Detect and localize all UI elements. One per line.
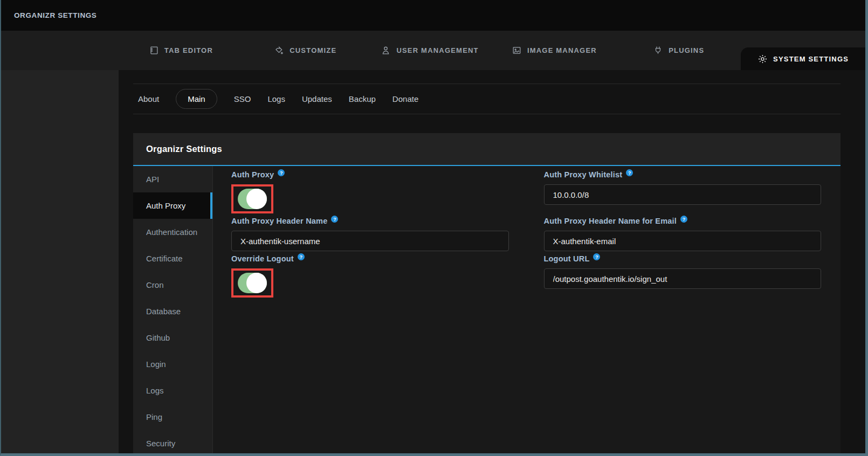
sidebar-item-certificate[interactable]: Certificate bbox=[133, 245, 212, 272]
panel-title: Organizr Settings bbox=[146, 144, 222, 154]
sidebar-item-ping[interactable]: Ping bbox=[133, 404, 212, 430]
system-settings-content: About Main SSO Logs Updates Backup Donat… bbox=[119, 70, 865, 453]
tab-label: CUSTOMIZE bbox=[290, 46, 336, 54]
subtab-donate[interactable]: Donate bbox=[392, 94, 418, 103]
titlebar: ORGANIZR SETTINGS bbox=[1, 0, 865, 31]
tab-editor-icon bbox=[149, 45, 159, 56]
field-label: Auth Proxy bbox=[231, 170, 274, 179]
left-rail bbox=[1, 70, 119, 453]
tab-customize[interactable]: CUSTOMIZE bbox=[243, 31, 368, 70]
help-icon[interactable]: ? bbox=[626, 169, 633, 176]
tab-label: USER MANAGEMENT bbox=[396, 46, 478, 54]
sidebar-item-database[interactable]: Database bbox=[133, 298, 212, 324]
field-logout-url: Logout URL ? bbox=[544, 254, 822, 298]
organizr-settings-panel: Organizr Settings API Auth Proxy Authent… bbox=[133, 133, 841, 453]
plugins-icon bbox=[653, 45, 663, 56]
auth-proxy-email-header-input[interactable] bbox=[544, 231, 822, 251]
subtab-backup[interactable]: Backup bbox=[349, 94, 376, 103]
tab-image-manager[interactable]: IMAGE MANAGER bbox=[492, 31, 616, 70]
sidebar-item-login[interactable]: Login bbox=[133, 351, 212, 377]
help-icon[interactable]: ? bbox=[278, 169, 285, 176]
sidebar-item-github[interactable]: Github bbox=[133, 324, 212, 351]
settings-section-list: API Auth Proxy Authentication Certificat… bbox=[133, 166, 213, 453]
main-tab-bar: TAB EDITOR CUSTOMIZE USER MANAGEMENT IMA… bbox=[1, 31, 865, 70]
tab-tab-editor[interactable]: TAB EDITOR bbox=[119, 31, 243, 70]
subtab-logs[interactable]: Logs bbox=[267, 94, 285, 103]
field-auth-proxy: Auth Proxy ? bbox=[231, 170, 509, 213]
help-icon[interactable]: ? bbox=[593, 253, 600, 260]
field-override-logout: Override Logout ? bbox=[231, 254, 509, 298]
tab-user-management[interactable]: USER MANAGEMENT bbox=[368, 31, 492, 70]
customize-icon bbox=[274, 45, 284, 56]
field-label: Auth Proxy Header Name bbox=[231, 217, 327, 225]
main-area: About Main SSO Logs Updates Backup Donat… bbox=[1, 70, 865, 453]
auth-proxy-header-name-input[interactable] bbox=[231, 231, 509, 251]
field-label: Override Logout bbox=[231, 254, 294, 263]
image-manager-icon bbox=[512, 45, 522, 56]
settings-subtab-bar: About Main SSO Logs Updates Backup Donat… bbox=[133, 84, 841, 114]
field-label: Auth Proxy Whitelist bbox=[544, 170, 623, 179]
tab-label: IMAGE MANAGER bbox=[527, 46, 597, 54]
subtab-sso[interactable]: SSO bbox=[234, 94, 251, 103]
gear-icon bbox=[757, 54, 768, 64]
annotation-highlight-box bbox=[231, 268, 273, 298]
help-icon[interactable]: ? bbox=[298, 253, 305, 260]
panel-header: Organizr Settings bbox=[133, 133, 841, 166]
tab-system-settings[interactable]: SYSTEM SETTINGS bbox=[741, 47, 865, 70]
tab-label: TAB EDITOR bbox=[164, 46, 213, 54]
toggle-knob bbox=[246, 273, 267, 293]
auth-proxy-form: Auth Proxy ? Auth Proxy Whitelist ? bbox=[213, 166, 841, 453]
field-label: Logout URL bbox=[544, 254, 590, 263]
user-management-icon bbox=[381, 45, 391, 56]
help-icon[interactable]: ? bbox=[680, 216, 687, 223]
logout-url-input[interactable] bbox=[544, 268, 822, 289]
tab-label: PLUGINS bbox=[669, 46, 704, 54]
tab-plugins[interactable]: PLUGINS bbox=[616, 31, 741, 70]
field-auth-proxy-header-name: Auth Proxy Header Name ? bbox=[231, 217, 509, 251]
sidebar-item-security[interactable]: Security bbox=[133, 430, 212, 456]
annotation-highlight-box bbox=[231, 184, 273, 213]
sidebar-item-auth-proxy[interactable]: Auth Proxy bbox=[133, 192, 212, 219]
subtab-about[interactable]: About bbox=[138, 94, 159, 103]
subtab-updates[interactable]: Updates bbox=[302, 94, 332, 103]
field-label: Auth Proxy Header Name for Email bbox=[544, 217, 677, 225]
field-auth-proxy-whitelist: Auth Proxy Whitelist ? bbox=[544, 170, 822, 213]
tab-label: SYSTEM SETTINGS bbox=[773, 55, 849, 63]
panel-body: API Auth Proxy Authentication Certificat… bbox=[133, 166, 841, 453]
override-logout-toggle[interactable] bbox=[238, 273, 267, 293]
page-title: ORGANIZR SETTINGS bbox=[14, 11, 97, 19]
auth-proxy-whitelist-input[interactable] bbox=[544, 184, 822, 205]
organizr-settings-window: ORGANIZR SETTINGS TAB EDITOR CUSTOMIZE U… bbox=[0, 0, 868, 456]
sidebar-item-cron[interactable]: Cron bbox=[133, 272, 212, 298]
subtab-main[interactable]: Main bbox=[176, 89, 217, 109]
sidebar-item-authentication[interactable]: Authentication bbox=[133, 219, 212, 245]
sidebar-item-logs[interactable]: Logs bbox=[133, 377, 212, 404]
auth-proxy-toggle[interactable] bbox=[238, 189, 267, 209]
help-icon[interactable]: ? bbox=[331, 216, 338, 223]
sidebar-item-api[interactable]: API bbox=[133, 166, 212, 192]
field-auth-proxy-header-name-email: Auth Proxy Header Name for Email ? bbox=[544, 217, 822, 251]
toggle-knob bbox=[246, 189, 267, 209]
